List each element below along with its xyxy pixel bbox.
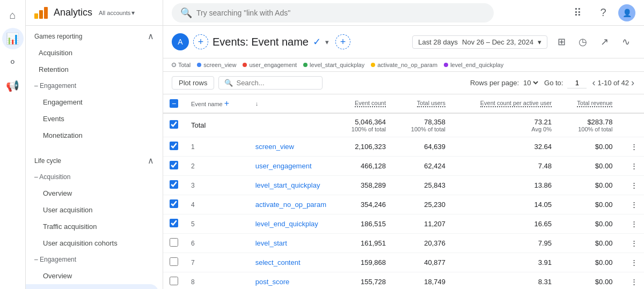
table-search-filter[interactable]: 🔍	[218, 76, 323, 90]
row-1-col-3: $0.00	[558, 137, 619, 157]
chart-view-icon[interactable]: ⊞	[552, 32, 571, 51]
th-event-count[interactable]: Event count	[333, 94, 392, 113]
lifecycle-engagement-group[interactable]: – Engagement	[26, 251, 163, 268]
sort-direction-icon[interactable]: ↓	[255, 100, 259, 107]
row-actions-cell[interactable]: ⋮	[619, 157, 644, 176]
sidebar-item-engagement-sub[interactable]: Engagement	[26, 94, 158, 110]
event-link-level_start[interactable]: level_start	[255, 239, 287, 247]
row-4-col-0: 354,246	[333, 195, 392, 214]
event-link-screen_view[interactable]: screen_view	[255, 143, 294, 151]
next-page-button[interactable]: ›	[630, 76, 635, 90]
row-actions-cell[interactable]: ⋮	[619, 234, 644, 253]
th-total-revenue[interactable]: Total revenue	[558, 94, 619, 113]
th-event-count-per-user[interactable]: Event count per active user	[452, 94, 558, 113]
user-avatar[interactable]: 👤	[618, 4, 635, 21]
row-number-cell: 6	[185, 234, 249, 253]
row-event-name-cell: user_engagement	[249, 157, 333, 176]
event-link-post_score[interactable]: post_score	[255, 278, 290, 286]
row-1-checkbox[interactable]	[170, 142, 178, 150]
sidebar-item-user-acquisition[interactable]: User acquisition	[26, 202, 158, 218]
sidebar-item-traffic-acquisition[interactable]: Traffic acquisition	[26, 218, 158, 235]
event-link-level_start_quickplay[interactable]: level_start_quickplay	[255, 181, 320, 189]
legend-screen-view[interactable]: screen_view	[197, 62, 236, 68]
title-dropdown-icon[interactable]: ▾	[325, 38, 329, 46]
apps-icon[interactable]: ⠿	[567, 2, 588, 24]
rows-per-page-select[interactable]: 10 25 50	[521, 78, 540, 87]
search-icon: 🔍	[180, 7, 192, 19]
row-5-checkbox[interactable]	[170, 219, 178, 227]
row-actions-cell[interactable]: ⋮	[619, 214, 644, 234]
sidebar-item-overview-acq[interactable]: Overview	[26, 185, 158, 202]
row-number-cell: 4	[185, 195, 249, 214]
event-link-level_end_quickplay[interactable]: level_end_quickplay	[255, 220, 318, 228]
sidebar-item-events-games[interactable]: Events	[26, 110, 158, 127]
top-bar: 🔍 ⠿ ? 👤	[163, 0, 644, 26]
row-checkbox-cell	[163, 253, 185, 272]
table-controls: Plot rows 🔍 Rows per page: 10 25 50 Go t…	[163, 72, 644, 94]
lifecycle-acquisition-group[interactable]: – Acquisition	[26, 169, 163, 185]
engagement-group[interactable]: – Engagement	[26, 78, 163, 94]
legend-user-engagement[interactable]: user_engagement	[243, 62, 297, 68]
add-column-button[interactable]: +	[224, 99, 229, 108]
games-reporting-header[interactable]: Games reporting ∧	[26, 28, 163, 45]
row-actions-cell[interactable]: ⋮	[619, 253, 644, 272]
row-4-col-1: 25,230	[392, 195, 452, 214]
insights-icon[interactable]: ∿	[616, 32, 635, 51]
event-link-user_engagement[interactable]: user_engagement	[255, 162, 312, 170]
add-metric-button[interactable]: +	[335, 34, 350, 49]
sidebar-item-monetization[interactable]: Monetization	[26, 127, 158, 144]
compare-icon[interactable]: ◷	[573, 32, 592, 51]
add-comparison-button[interactable]: +	[193, 34, 208, 49]
row-5-col-0: 186,515	[333, 214, 392, 234]
row-actions-cell[interactable]: ⋮	[619, 195, 644, 214]
row-actions-cell[interactable]: ⋮	[619, 272, 644, 290]
total-label-cell: Total	[185, 113, 333, 137]
table-row: 5level_end_quickplay186,51511,20716.65$0…	[163, 214, 644, 234]
row-actions-cell[interactable]: ⋮	[619, 176, 644, 195]
search-input[interactable]	[196, 9, 485, 17]
row-2-checkbox[interactable]	[170, 161, 178, 169]
advertising-nav-icon[interactable]: 📢	[2, 75, 24, 97]
select-all-checkbox[interactable]: −	[170, 99, 178, 108]
row-3-checkbox[interactable]	[170, 180, 178, 189]
row-6-checkbox[interactable]	[170, 238, 178, 247]
prev-page-button[interactable]: ‹	[591, 76, 596, 90]
legend-activate-no-op[interactable]: activate_no_op_param	[371, 62, 437, 68]
total-checkbox[interactable]	[170, 120, 178, 129]
row-4-checkbox[interactable]	[170, 199, 178, 208]
legend-level-start-quickplay[interactable]: level_start_quickplay	[303, 62, 364, 68]
search-box[interactable]: 🔍	[172, 3, 494, 23]
row-5-col-1: 11,207	[392, 214, 452, 234]
row-event-name-cell: select_content	[249, 253, 333, 272]
content-avatar: A	[172, 33, 189, 50]
row-7-checkbox[interactable]	[170, 257, 178, 266]
event-link-select_content[interactable]: select_content	[255, 258, 301, 266]
icon-nav: ⌂ 📊 ⚬ 📢	[0, 0, 26, 289]
legend-total[interactable]: Total	[172, 62, 191, 68]
app-title: Analytics	[54, 7, 92, 18]
table-search-input[interactable]	[236, 79, 317, 87]
reports-nav-icon[interactable]: 📊	[2, 28, 24, 49]
help-icon[interactable]: ?	[592, 2, 614, 24]
row-number-cell: 7	[185, 253, 249, 272]
explore-nav-icon[interactable]: ⚬	[2, 51, 24, 73]
row-8-checkbox[interactable]	[170, 277, 178, 285]
sidebar-item-acquisition-games[interactable]: Acquisition	[26, 45, 158, 61]
share-icon[interactable]: ↗	[595, 32, 614, 51]
goto-page-input[interactable]	[567, 78, 587, 88]
th-total-users[interactable]: Total users	[392, 94, 452, 113]
sidebar-item-events[interactable]: Events	[26, 284, 158, 289]
lifecycle-header[interactable]: Life cycle ∧	[26, 152, 163, 169]
plot-rows-button[interactable]: Plot rows	[172, 76, 214, 90]
legend-level-end-quickplay[interactable]: level_end_quickplay	[444, 62, 503, 68]
sidebar-item-overview-eng[interactable]: Overview	[26, 268, 158, 284]
account-selector[interactable]: All accounts ▾	[99, 9, 135, 17]
home-nav-icon[interactable]: ⌂	[2, 4, 24, 26]
date-range-selector[interactable]: Last 28 days Nov 26 – Dec 23, 2024 ▾	[412, 35, 547, 49]
sidebar-item-retention[interactable]: Retention	[26, 61, 158, 78]
event-link-activate_no_op_param[interactable]: activate_no_op_param	[255, 201, 326, 209]
sidebar-item-user-acquisition-cohorts[interactable]: User acquisition cohorts	[26, 235, 158, 251]
games-reporting-section: Games reporting ∧ Acquisition Retention …	[26, 26, 163, 146]
lifecycle-chevron: ∧	[148, 155, 154, 166]
row-actions-cell[interactable]: ⋮	[619, 137, 644, 157]
